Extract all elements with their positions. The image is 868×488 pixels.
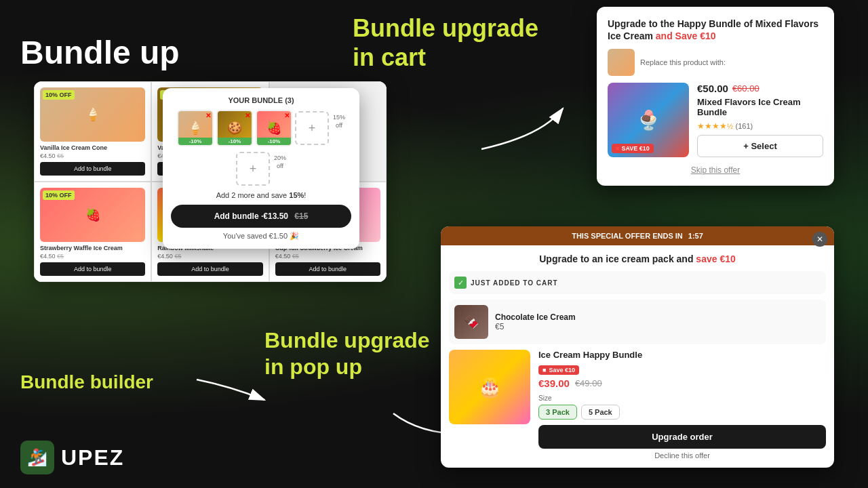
- pu-content: Upgrade to an ice cream pack and save €1…: [441, 245, 834, 468]
- pu-upgrade-emoji: 🎂: [449, 350, 530, 424]
- pu-close-btn[interactable]: ✕: [812, 232, 827, 247]
- bw-off-label-1: 15%off: [333, 110, 345, 129]
- bb-off-badge-3: 10% OFF: [43, 190, 75, 200]
- upez-text: UPEZ: [61, 445, 124, 470]
- pu-upgrade-price: €39.00: [538, 378, 570, 389]
- bb-product-price-1: €4.50 €5: [40, 152, 145, 159]
- bw-savings-text: Add 2 more and save 15%!: [171, 191, 351, 199]
- cart-upgrade-card: Upgrade to the Happy Bundle of Mixed Fla…: [597, 7, 834, 186]
- cu-replace-row: Replace this product with:: [608, 49, 823, 76]
- cu-product-row: 🍨 ■ SAVE €10 €50.00 €60.00 Mixed Flavors…: [608, 83, 823, 157]
- bb-product-img-3: 🍓 10% OFF: [40, 188, 145, 242]
- cu-skip-link[interactable]: Skip this offer: [608, 165, 823, 175]
- cu-replace-img: [608, 49, 635, 76]
- pu-size-row: 3 Pack 5 Pack: [538, 405, 826, 420]
- cu-replace-text: Replace this product with:: [640, 58, 726, 66]
- cu-review-count: (161): [736, 122, 753, 130]
- bb-add-btn-3[interactable]: Add to bundle: [40, 262, 145, 276]
- cu-stars: ★★★★½ (161): [697, 121, 823, 131]
- bw-item-2: 🍪 ✕ -10%: [216, 110, 253, 146]
- pu-price-row: €39.00 €49.00: [538, 378, 826, 389]
- bw-item-x-1: ✕: [205, 112, 211, 119]
- bb-add-btn-1[interactable]: Add to bundle: [40, 162, 145, 176]
- bw-item-discount-3: -10%: [257, 138, 291, 145]
- upez-icon: 🏂: [20, 441, 54, 474]
- bb-product-img-1: 🍦 10% OFF: [40, 87, 145, 142]
- bb-off-badge-1: 10% OFF: [43, 90, 75, 100]
- pu-upgrade-price-old: €49.00: [575, 378, 602, 388]
- pu-decline-link[interactable]: Decline this offer: [538, 451, 826, 460]
- pu-added-name: Chocolate Ice Cream: [495, 312, 576, 322]
- pu-upgrade-name: Ice Cream Happy Bundle: [538, 350, 826, 360]
- pu-added-img: 🍫: [454, 305, 488, 339]
- bundle-upgrade-cart-label: Bundle upgrade in cart: [353, 14, 538, 72]
- bw-item-3: 🍓 ✕ -10%: [256, 110, 292, 146]
- pu-size-5pack[interactable]: 5 Pack: [581, 405, 620, 420]
- cu-product-img: 🍨 ■ SAVE €10: [608, 83, 689, 157]
- pu-check-icon: ✓: [454, 277, 467, 289]
- pu-title-save: save €10: [696, 253, 735, 264]
- pu-just-added-row: ✓ JUST ADDED TO CART: [449, 271, 826, 294]
- popup-upgrade: THIS SPECIAL OFFER ENDS IN 1:57 ✕ Upgrad…: [441, 226, 834, 468]
- bb-product-name-3: Strawberry Waffle Ice Cream: [40, 245, 145, 251]
- bw-title: YOUR BUNDLE (3): [171, 96, 351, 104]
- pu-timer: 1:57: [688, 232, 703, 240]
- bb-product-3: 🍓 10% OFF Strawberry Waffle Ice Cream €4…: [34, 182, 151, 282]
- bw-item-plus-1[interactable]: +: [295, 111, 329, 145]
- pu-upgrade-info: Ice Cream Happy Bundle ■ Save €10 €39.00…: [538, 350, 826, 460]
- bundle-widget: YOUR BUNDLE (3) 🍦 ✕ -10% 🍪 ✕ -10% 🍓 ✕ -1…: [163, 88, 359, 249]
- bw-add-bundle-btn[interactable]: Add bundle ·€13.50 €15: [171, 205, 351, 228]
- bb-product-price-5: €4.50 €5: [275, 253, 380, 260]
- cu-price: €50.00: [697, 83, 728, 94]
- bw-second-item[interactable]: +: [236, 152, 270, 186]
- pu-added-product-row: 🍫 Chocolate Ice Cream €5: [449, 300, 826, 344]
- cu-product-name: Mixed Flavors Ice Cream Bundle: [697, 97, 823, 117]
- upez-logo: 🏂 UPEZ: [20, 441, 124, 474]
- pu-added-emoji: 🍫: [454, 305, 488, 339]
- bw-item-x-2: ✕: [245, 112, 250, 119]
- pu-header-text: THIS SPECIAL OFFER ENDS IN: [572, 232, 683, 240]
- main-title: Bundle up: [20, 34, 180, 71]
- cu-title: Upgrade to the Happy Bundle of Mixed Fla…: [608, 18, 823, 42]
- bb-product-name-1: Vanilla Ice Cream Cone: [40, 144, 145, 151]
- cu-product-info: €50.00 €60.00 Mixed Flavors Ice Cream Bu…: [697, 83, 823, 157]
- pu-size-3pack[interactable]: 3 Pack: [538, 405, 577, 420]
- bw-item-discount-2: -10%: [218, 138, 252, 145]
- pu-added-info: Chocolate Ice Cream €5: [495, 312, 576, 331]
- pu-just-added-label: JUST ADDED TO CART: [471, 279, 558, 287]
- pu-added-price: €5: [495, 322, 576, 331]
- bw-item-x-3: ✕: [284, 112, 290, 119]
- pu-size-label: Size: [538, 394, 826, 402]
- bb-product-price-4: €4.50 €5: [157, 253, 262, 260]
- pu-header: THIS SPECIAL OFFER ENDS IN 1:57 ✕: [441, 226, 834, 245]
- bundle-upgrade-popup-label: Bundle upgrade in pop up: [264, 327, 430, 380]
- cu-title-save: and Save €10: [656, 30, 716, 41]
- pu-upgrade-img: 🎂: [449, 350, 530, 424]
- bb-add-btn-5[interactable]: Add to bundle: [275, 262, 380, 276]
- pu-upgrade-save-badge: ■ Save €10: [538, 365, 579, 375]
- cu-price-old: €60.00: [732, 83, 760, 94]
- pu-upgrade-btn[interactable]: Upgrade order: [538, 425, 826, 449]
- pu-upgrade-row: ▶ 🎂 Ice Cream Happy Bundle ■ Save €10 €3…: [449, 350, 826, 460]
- cu-save-badge: ■ SAVE €10: [612, 144, 654, 153]
- bw-item-1: 🍦 ✕ -10%: [177, 110, 214, 146]
- pu-title: Upgrade to an ice cream pack and save €1…: [449, 253, 826, 264]
- bw-saved-text: You've saved €1.50 🎉: [171, 232, 351, 241]
- bb-product-price-3: €4.50 €5: [40, 253, 145, 260]
- cu-price-row: €50.00 €60.00: [697, 83, 823, 94]
- bb-product-1: 🍦 10% OFF Vanilla Ice Cream Cone €4.50 €…: [34, 81, 151, 182]
- bw-off-label-2: 20%off: [274, 152, 286, 170]
- bw-item-discount-1: -10%: [178, 138, 212, 145]
- bundle-builder-label: Bundle builder: [20, 371, 153, 393]
- bb-add-btn-4[interactable]: Add to bundle: [157, 262, 262, 276]
- cu-select-btn[interactable]: + Select: [697, 135, 823, 157]
